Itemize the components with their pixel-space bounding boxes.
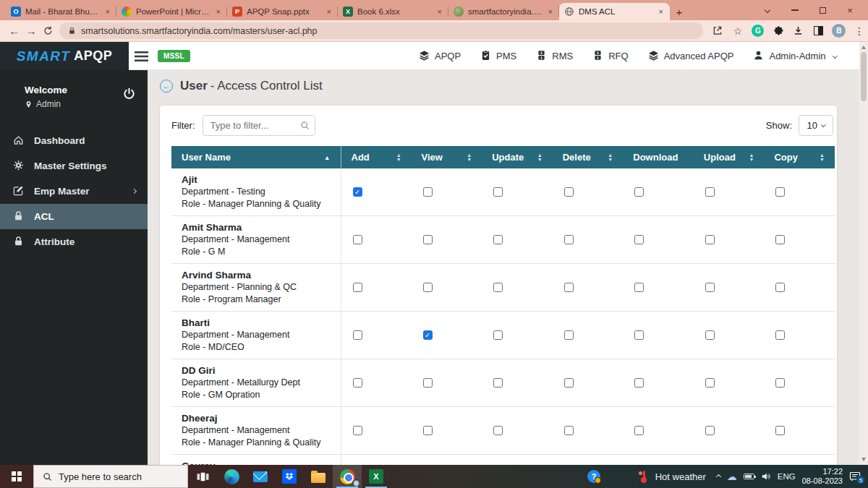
reload-button[interactable]: [40, 22, 56, 40]
checkbox-delete-arvind-sharma[interactable]: [564, 283, 574, 292]
action-center-icon[interactable]: 5: [849, 471, 862, 482]
tab-close-icon[interactable]: ×: [436, 7, 443, 16]
tab-close-icon[interactable]: ×: [215, 7, 222, 16]
sidebar-item-master-settings[interactable]: Master Settings: [0, 153, 148, 179]
maximize-button[interactable]: [809, 0, 836, 20]
reader-mode-extension-icon[interactable]: [810, 22, 827, 40]
checkbox-delete-amit-sharma[interactable]: [564, 235, 574, 244]
checkbox-download-dheeraj[interactable]: [634, 426, 644, 435]
checkbox-delete-dd-giri[interactable]: [564, 378, 574, 388]
browser-tab-dms-acl[interactable]: DMS ACL×: [559, 3, 670, 20]
column-header-copy[interactable]: Copy▲▼: [764, 146, 835, 168]
column-header-delete[interactable]: Delete▲▼: [553, 146, 624, 168]
forward-button[interactable]: →: [22, 22, 39, 40]
column-header-update[interactable]: Update▲▼: [482, 146, 553, 168]
mail-taskbar-icon[interactable]: [246, 465, 275, 488]
checkbox-update-bharti[interactable]: [493, 330, 503, 340]
sidebar-toggle-menu-icon[interactable]: [129, 42, 153, 70]
sidebar-item-acl[interactable]: ACL: [0, 204, 148, 229]
start-button[interactable]: [0, 465, 33, 488]
tab-close-icon[interactable]: ×: [547, 7, 554, 16]
sidebar-item-emp-master[interactable]: Emp Master: [0, 179, 148, 204]
nav-item-advanced-apqp[interactable]: Advanced APQP: [648, 50, 734, 63]
checkbox-view-amit-sharma[interactable]: [423, 235, 433, 244]
browser-tab-powerpoint-microsoft-365[interactable]: PowerPoint | Microsoft 365×: [116, 3, 227, 20]
checkbox-upload-dheeraj[interactable]: [705, 426, 715, 435]
url-bar[interactable]: smartsolutions.smartfactoryindia.com/mas…: [59, 22, 703, 39]
checkbox-upload-dd-giri[interactable]: [705, 378, 715, 388]
checkbox-copy-amit-sharma[interactable]: [775, 235, 785, 244]
browser-tab-mail-bharat-bhushan-ou[interactable]: OMail - Bharat Bhushan - Ou×: [6, 3, 116, 20]
checkbox-upload-ajit[interactable]: [705, 187, 715, 197]
taskbar-search[interactable]: Type here to search: [33, 465, 188, 488]
checkbox-update-arvind-sharma[interactable]: [493, 283, 503, 292]
checkbox-download-ajit[interactable]: [634, 187, 644, 197]
grammarly-extension-icon[interactable]: G: [749, 22, 767, 40]
tab-search-icon[interactable]: [754, 0, 781, 20]
downloads-icon[interactable]: [790, 22, 807, 40]
mssl-badge[interactable]: MSSL: [158, 50, 190, 62]
share-icon[interactable]: [709, 22, 726, 40]
column-header-view[interactable]: View▲▼: [412, 146, 482, 168]
filter-input[interactable]: [203, 115, 315, 136]
sidebar-item-dashboard[interactable]: Dashboard: [0, 128, 148, 153]
column-header-download[interactable]: Download: [623, 146, 694, 168]
page-back-icon[interactable]: ←: [160, 80, 173, 93]
browser-tab-book-6-xlsx[interactable]: XBook 6.xlsx×: [338, 3, 448, 20]
scroll-down-arrow[interactable]: [861, 458, 866, 461]
battery-icon[interactable]: [744, 474, 754, 479]
checkbox-download-dd-giri[interactable]: [634, 378, 644, 388]
checkbox-view-bharti[interactable]: [423, 330, 433, 340]
checkbox-add-bharti[interactable]: [353, 330, 362, 340]
scroll-up-arrow[interactable]: [861, 46, 866, 49]
logout-power-button[interactable]: [123, 87, 136, 100]
checkbox-add-arvind-sharma[interactable]: [353, 283, 362, 292]
scrollbar-thumb[interactable]: [861, 52, 867, 101]
checkbox-upload-arvind-sharma[interactable]: [705, 283, 715, 292]
browser-tab-smartfactoryindia-com-pro[interactable]: smartfactoryindia.com/pro×: [448, 3, 559, 20]
onedrive-cloud-icon[interactable]: ☁: [727, 471, 737, 481]
nav-item-apqp[interactable]: APQP: [419, 50, 461, 63]
checkbox-copy-arvind-sharma[interactable]: [775, 283, 785, 292]
checkbox-delete-ajit[interactable]: [564, 187, 574, 197]
nav-item-pms[interactable]: PMS: [480, 50, 516, 63]
file-explorer-taskbar-icon[interactable]: [304, 465, 333, 488]
new-tab-button[interactable]: +: [670, 3, 689, 20]
column-header-add[interactable]: Add▲▼: [341, 146, 412, 168]
weather-label[interactable]: Hot weather: [655, 471, 706, 482]
checkbox-delete-bharti[interactable]: [564, 330, 574, 340]
tab-close-icon[interactable]: ×: [658, 7, 665, 16]
nav-item-rfq[interactable]: RFQ: [592, 50, 628, 63]
checkbox-update-ajit[interactable]: [493, 187, 503, 197]
vertical-scrollbar[interactable]: [859, 42, 868, 465]
column-header-upload[interactable]: Upload▲▼: [694, 146, 765, 168]
profile-avatar[interactable]: B: [830, 22, 848, 40]
checkbox-upload-amit-sharma[interactable]: [705, 235, 715, 244]
checkbox-update-dd-giri[interactable]: [493, 378, 503, 388]
volume-icon[interactable]: [761, 471, 771, 481]
checkbox-add-ajit[interactable]: [353, 187, 362, 197]
chrome-taskbar-icon[interactable]: B: [333, 465, 362, 488]
browser-tab-apqp-snap-pptx[interactable]: PAPQP Snap.pptx×: [227, 3, 338, 20]
checkbox-add-dheeraj[interactable]: [353, 426, 362, 435]
show-page-size-select[interactable]: 10: [799, 115, 833, 136]
checkbox-view-ajit[interactable]: [423, 187, 433, 197]
close-window-button[interactable]: ×: [836, 0, 864, 20]
browser-menu-icon[interactable]: ⋮: [851, 22, 868, 40]
checkbox-view-dheeraj[interactable]: [423, 426, 433, 435]
checkbox-copy-bharti[interactable]: [775, 330, 785, 340]
checkbox-add-amit-sharma[interactable]: [353, 235, 362, 244]
checkbox-update-dheeraj[interactable]: [493, 426, 503, 435]
taskbar-clock[interactable]: 17:22 08-08-2023: [802, 467, 843, 486]
get-help-taskbar-icon[interactable]: ?: [587, 470, 600, 483]
checkbox-download-arvind-sharma[interactable]: [634, 283, 644, 292]
checkbox-copy-dd-giri[interactable]: [775, 378, 785, 388]
checkbox-upload-bharti[interactable]: [705, 330, 715, 340]
tab-close-icon[interactable]: ×: [104, 7, 111, 16]
checkbox-update-amit-sharma[interactable]: [493, 235, 503, 244]
checkbox-copy-dheeraj[interactable]: [775, 426, 785, 435]
checkbox-download-amit-sharma[interactable]: [634, 235, 644, 244]
edge-taskbar-icon[interactable]: [217, 465, 246, 488]
tab-close-icon[interactable]: ×: [326, 7, 333, 16]
tray-overflow-chevron[interactable]: [716, 474, 721, 479]
